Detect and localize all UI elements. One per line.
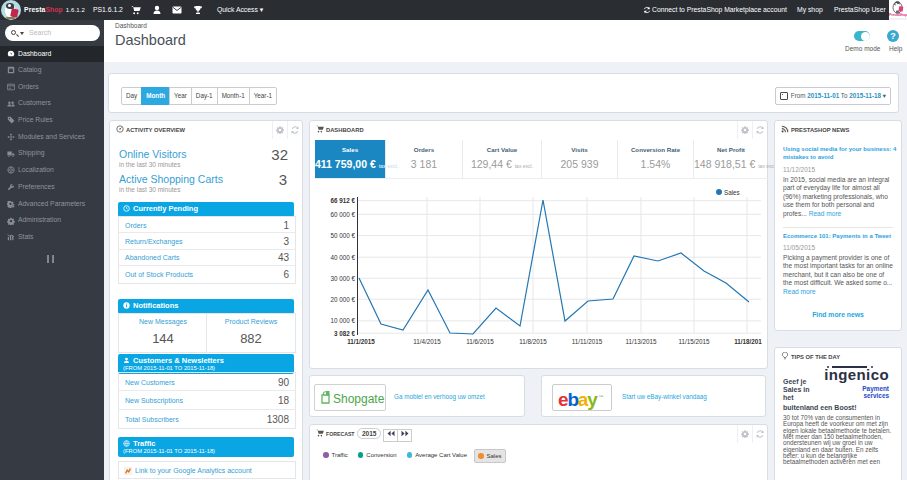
svg-text:11/6/2015: 11/6/2015	[466, 338, 494, 345]
svg-text:3 082 €: 3 082 €	[334, 330, 356, 337]
svg-text:11/13/2015: 11/13/2015	[625, 338, 657, 345]
svg-text:11/18/201: 11/18/201	[734, 338, 762, 345]
svg-text:10 000 €: 10 000 €	[330, 317, 355, 324]
svg-text:40 000 €: 40 000 €	[330, 254, 355, 261]
svg-text:11/1/2015: 11/1/2015	[347, 338, 375, 345]
svg-text:66 912 €: 66 912 €	[330, 197, 355, 204]
svg-text:11/11/2015: 11/11/2015	[572, 338, 603, 345]
svg-text:60 000 €: 60 000 €	[330, 211, 355, 218]
svg-text:11/15/2015: 11/15/2015	[678, 338, 710, 345]
svg-text:20 000 €: 20 000 €	[330, 296, 355, 303]
svg-text:Sales: Sales	[724, 189, 740, 196]
svg-text:11/4/2015: 11/4/2015	[413, 338, 441, 345]
svg-text:11/8/2015: 11/8/2015	[519, 338, 547, 345]
svg-text:50 000 €: 50 000 €	[330, 232, 355, 239]
svg-text:30 000 €: 30 000 €	[330, 275, 355, 282]
